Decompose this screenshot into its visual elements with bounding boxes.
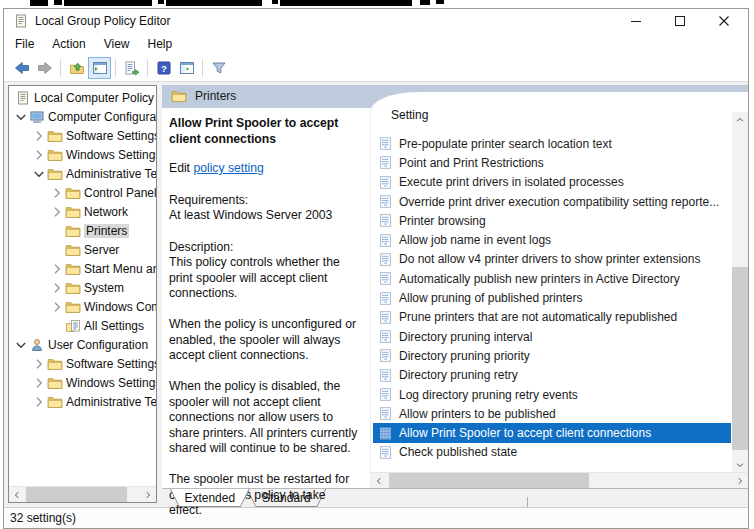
tree-item-server[interactable]: Server <box>9 240 156 259</box>
list-item[interactable]: Do not allow v4 printer drivers to show … <box>373 250 731 269</box>
tree-item-start-menu-and-taskbar[interactable]: Start Menu and Taskbar <box>9 259 156 278</box>
menu-item-file[interactable]: File <box>6 33 43 55</box>
minimize-button[interactable] <box>614 9 658 33</box>
maximize-button[interactable] <box>658 9 702 33</box>
tab-label: Extended <box>171 489 249 506</box>
scroll-right-button[interactable] <box>140 487 156 502</box>
chevron-right-icon[interactable] <box>49 261 65 277</box>
policy-icon <box>378 445 393 460</box>
column-header-setting[interactable]: Setting <box>391 108 428 122</box>
close-button[interactable] <box>702 9 746 33</box>
scroll-right-button[interactable] <box>732 473 748 488</box>
tree-item-software-settings[interactable]: Software Settings <box>9 126 156 145</box>
chevron-down-icon <box>735 460 745 470</box>
scrollbar-track[interactable] <box>387 473 732 488</box>
scroll-left-button[interactable] <box>9 487 25 502</box>
tree-item-user-configuration[interactable]: User Configuration <box>9 335 156 354</box>
scrollbar-thumb[interactable] <box>732 267 748 451</box>
list-item[interactable]: Automatically publish new printers in Ac… <box>373 269 731 288</box>
tree-item-label: User Configuration <box>48 338 148 352</box>
description-paragraphs: This policy controls whether the print s… <box>169 255 358 519</box>
tree-item-windows-components[interactable]: Windows Components <box>9 297 156 316</box>
tree-item-administrative-templates[interactable]: Administrative Templates <box>9 164 156 183</box>
list-item[interactable]: Directory pruning interval <box>373 327 731 346</box>
list-item[interactable]: Allow pruning of published printers <box>373 288 731 307</box>
list-horizontal-scrollbar[interactable] <box>371 472 748 488</box>
tab-extended[interactable]: Extended <box>170 489 250 507</box>
background-artifact <box>272 0 278 4</box>
list-item[interactable]: Log directory pruning retry events <box>373 385 731 404</box>
chevron-left-icon <box>12 490 22 500</box>
back-button[interactable] <box>10 57 33 79</box>
list-item[interactable]: Pre-populate printer search location tex… <box>373 134 731 153</box>
tree-item-label: Start Menu and Taskbar <box>84 262 156 276</box>
minimize-icon <box>630 15 642 27</box>
title-bar[interactable]: Local Group Policy Editor <box>4 9 748 33</box>
list-item[interactable]: Allow printers to be published <box>373 404 731 423</box>
menu-item-view[interactable]: View <box>95 33 139 55</box>
policy-icon <box>378 252 393 267</box>
chevron-right-icon[interactable] <box>31 394 47 410</box>
tree-item-control-panel[interactable]: Control Panel <box>9 183 156 202</box>
tree-item-system[interactable]: System <box>9 278 156 297</box>
filter-button[interactable] <box>207 57 230 79</box>
menu-item-help[interactable]: Help <box>139 33 182 55</box>
help-button[interactable]: ? <box>152 57 175 79</box>
tree-item-label: Network <box>84 205 128 219</box>
list-item[interactable]: Prune printers that are not automaticall… <box>373 308 731 327</box>
chevron-placeholder <box>49 223 65 239</box>
tree-item-network[interactable]: Network <box>9 202 156 221</box>
chevron-right-icon[interactable] <box>31 147 47 163</box>
chevron-down-icon[interactable] <box>31 166 47 182</box>
description-paragraph: When the policy is disabled, the spooler… <box>169 379 358 457</box>
status-bar: 32 setting(s) <box>4 507 748 528</box>
list-item[interactable]: Check published state <box>373 443 731 462</box>
scroll-up-button[interactable] <box>732 112 748 127</box>
show-console-tree-button[interactable] <box>88 57 111 79</box>
menu-item-action[interactable]: Action <box>43 33 94 55</box>
chevron-right-icon[interactable] <box>49 185 65 201</box>
tree-item-printers[interactable]: Printers <box>9 221 156 240</box>
tree-item-software-settings[interactable]: Software Settings <box>9 354 156 373</box>
tree-item-windows-settings[interactable]: Windows Settings <box>9 373 156 392</box>
tree-item-local-computer-policy[interactable]: Local Computer Policy <box>9 88 156 107</box>
scrollbar-track[interactable] <box>25 487 140 502</box>
list-item[interactable]: Directory pruning priority <box>373 346 731 365</box>
list-item[interactable]: Allow Print Spooler to accept client con… <box>373 423 731 442</box>
export-list-icon <box>124 60 140 76</box>
chevron-right-icon[interactable] <box>49 204 65 220</box>
list-vertical-scrollbar[interactable] <box>732 112 748 472</box>
show-window-button[interactable] <box>175 57 198 79</box>
chevron-down-icon[interactable] <box>13 337 29 353</box>
list-item[interactable]: Directory pruning retry <box>373 366 731 385</box>
scroll-left-button[interactable] <box>371 473 387 488</box>
tree-item-administrative-templates[interactable]: Administrative Templates <box>9 392 156 411</box>
forward-button[interactable] <box>33 57 56 79</box>
scrollbar-thumb[interactable] <box>26 487 127 502</box>
tree-item-windows-settings[interactable]: Windows Settings <box>9 145 156 164</box>
list-item[interactable]: Override print driver execution compatib… <box>373 192 731 211</box>
tree-item-computer-configuration[interactable]: Computer Configuration <box>9 107 156 126</box>
list-item[interactable]: Execute print drivers in isolated proces… <box>373 173 731 192</box>
policy-setting-link[interactable]: policy setting <box>193 161 263 175</box>
chevron-right-icon[interactable] <box>49 299 65 315</box>
tree-item-all-settings[interactable]: All Settings <box>9 316 156 335</box>
list-item[interactable]: Allow job name in event logs <box>373 230 731 249</box>
chevron-right-icon[interactable] <box>31 356 47 372</box>
chevron-right-icon[interactable] <box>31 128 47 144</box>
policy-icon-selected <box>378 426 393 441</box>
list-item[interactable]: Point and Print Restrictions <box>373 153 731 172</box>
chevron-right-icon[interactable] <box>49 280 65 296</box>
tree-rows: Local Computer PolicyComputer Configurat… <box>9 88 156 485</box>
folder-icon <box>65 223 81 239</box>
export-list-button[interactable] <box>120 57 143 79</box>
up-one-level-button[interactable] <box>65 57 88 79</box>
folder-icon <box>65 261 81 277</box>
scroll-down-button[interactable] <box>732 457 748 472</box>
window-title: Local Group Policy Editor <box>35 9 170 33</box>
chevron-down-icon[interactable] <box>13 109 29 125</box>
list-item[interactable]: Printer browsing <box>373 211 731 230</box>
chevron-right-icon[interactable] <box>31 375 47 391</box>
scrollbar-thumb[interactable] <box>389 473 589 488</box>
tree-horizontal-scrollbar[interactable] <box>9 486 156 502</box>
